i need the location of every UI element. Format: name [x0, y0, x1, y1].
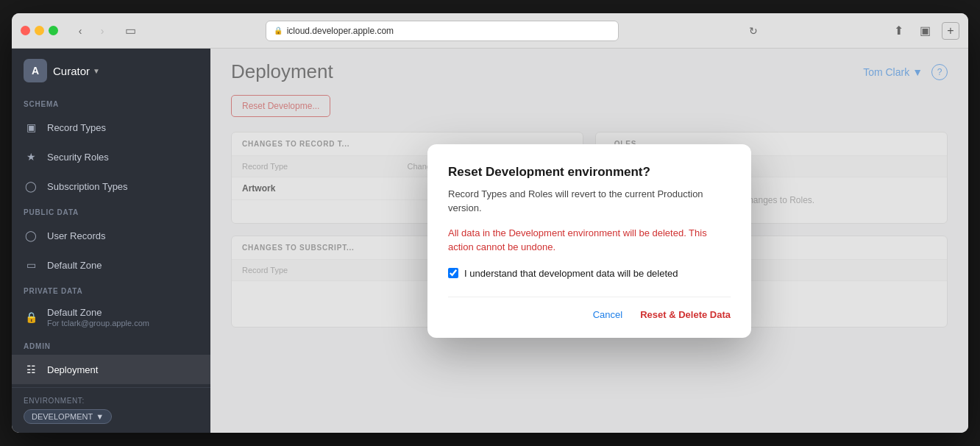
record-types-icon: ▣	[24, 120, 38, 135]
user-records-icon: ◯	[24, 228, 38, 243]
minimize-button[interactable]	[35, 26, 44, 35]
address-bar: 🔒 icloud.developer.apple.com	[266, 21, 619, 41]
environment-badge[interactable]: DEVELOPMENT ▼	[24, 409, 112, 424]
sidebar-item-public-default-zone[interactable]: ▭ Default Zone	[12, 250, 210, 280]
sidebar-item-user-records[interactable]: ◯ User Records	[12, 221, 210, 250]
understand-checkbox-label: I understand that development data will …	[464, 268, 678, 279]
private-zone-icon: 🔒	[24, 310, 38, 325]
sidebar-bottom: Environment: DEVELOPMENT ▼	[12, 387, 210, 433]
title-bar: ‹ › ▭ 🔒 icloud.developer.apple.com ↻ ⬆ ▣…	[12, 13, 968, 49]
refresh-button[interactable]: ↻	[745, 23, 762, 39]
chevron-down-icon: ▼	[96, 412, 104, 421]
sidebar-item-subscription-types[interactable]: ◯ Subscription Types	[12, 171, 210, 201]
maximize-button[interactable]	[49, 26, 58, 35]
schema-section-label: SCHEMA	[12, 93, 210, 113]
url-text: icloud.developer.apple.com	[287, 26, 394, 36]
sidebar-header: A Curator ▼	[12, 49, 210, 93]
share-button[interactable]: ⬆	[889, 23, 909, 39]
sidebar-item-record-types[interactable]: ▣ Record Types	[12, 113, 210, 142]
toolbar-right: ⬆ ▣ +	[889, 22, 959, 40]
sidebar-item-deployment[interactable]: ☷ Deployment	[12, 355, 210, 384]
back-button[interactable]: ‹	[70, 23, 90, 39]
admin-section-label: ADMIN	[12, 335, 210, 355]
modal-overlay: Reset Development environment? Record Ty…	[210, 49, 968, 433]
sidebar: A Curator ▼ SCHEMA ▣ Record Types ★ Secu…	[12, 49, 210, 433]
sidebar-item-label: Record Types	[47, 122, 106, 133]
sidebar-item-security-roles[interactable]: ★ Security Roles	[12, 142, 210, 171]
app-icon: A	[24, 59, 47, 82]
nav-buttons: ‹ ›	[70, 23, 113, 39]
cancel-button[interactable]: Cancel	[593, 309, 622, 320]
modal-checkbox-row: I understand that development data will …	[448, 268, 731, 279]
sidebar-item-label: User Records	[47, 230, 105, 241]
environment-label: Environment:	[24, 397, 199, 405]
modal-warning: All data in the Development environment …	[448, 226, 731, 255]
security-roles-icon: ★	[24, 149, 38, 164]
chevron-down-icon: ▼	[93, 67, 100, 75]
main-content: Deployment Tom Clark ▼ ? Reset Developme…	[210, 49, 968, 433]
sidebar-item-label: Security Roles	[47, 152, 109, 163]
modal-description: Record Types and Roles will revert to th…	[448, 187, 731, 216]
app-name[interactable]: Curator ▼	[53, 65, 100, 77]
new-tab-button[interactable]: +	[942, 22, 959, 40]
modal-title: Reset Development environment?	[448, 165, 731, 180]
tabs-button[interactable]: ▣	[915, 23, 936, 39]
modal-actions: Cancel Reset & Delete Data	[448, 297, 731, 320]
sidebar-toggle-button[interactable]: ▭	[121, 23, 139, 39]
modal-dialog: Reset Development environment? Record Ty…	[427, 144, 751, 338]
close-button[interactable]	[21, 26, 30, 35]
lock-icon: 🔒	[274, 26, 283, 35]
reset-delete-button[interactable]: Reset & Delete Data	[640, 309, 731, 320]
browser-window: ‹ › ▭ 🔒 icloud.developer.apple.com ↻ ⬆ ▣…	[12, 13, 968, 433]
sidebar-item-label: Subscription Types	[47, 181, 128, 192]
understand-checkbox[interactable]	[448, 268, 458, 278]
app-icon-letter: A	[32, 65, 39, 77]
private-data-section-label: PRIVATE DATA	[12, 280, 210, 300]
default-zone-icon: ▭	[24, 258, 38, 272]
sidebar-item-sub: For tclark@group.apple.com	[47, 319, 149, 328]
sidebar-item-label: Default Zone	[47, 260, 102, 271]
traffic-lights	[21, 26, 58, 35]
content-area: A Curator ▼ SCHEMA ▣ Record Types ★ Secu…	[12, 49, 968, 433]
sidebar-item-label: Default Zone	[47, 307, 149, 318]
deployment-icon: ☷	[24, 362, 38, 377]
subscription-types-icon: ◯	[24, 179, 38, 194]
forward-button[interactable]: ›	[92, 23, 113, 39]
sidebar-item-label: Deployment	[47, 364, 98, 375]
sidebar-item-private-default-zone[interactable]: 🔒 Default Zone For tclark@group.apple.co…	[12, 300, 210, 335]
public-data-section-label: PUBLIC DATA	[12, 201, 210, 221]
